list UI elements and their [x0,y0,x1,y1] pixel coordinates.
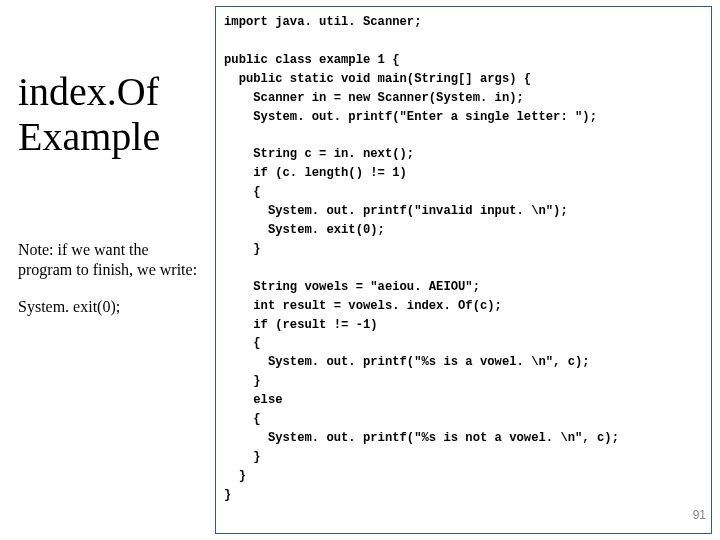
code-listing: import java. util. Scanner; public class… [224,13,703,505]
code-line: } [224,450,261,464]
code-line: System. out. printf("invalid input. \n")… [224,204,568,218]
code-line: { [224,336,261,350]
page-number: 91 [693,508,706,522]
code-line: Scanner in = new Scanner(System. in); [224,91,524,105]
title-line-2: Example [18,114,160,159]
note-text: Note: if we want the program to finish, … [18,240,205,280]
code-box: import java. util. Scanner; public class… [215,6,712,534]
code-line: if (result != -1) [224,318,378,332]
code-line: } [224,488,231,502]
code-line: String c = in. next(); [224,147,414,161]
code-line: { [224,185,261,199]
code-line: public static void main(String[] args) { [224,72,531,86]
code-line: else [224,393,283,407]
code-line: } [224,242,261,256]
code-line: if (c. length() != 1) [224,166,407,180]
code-line: { [224,412,261,426]
code-line: System. out. printf("%s is not a vowel. … [224,431,619,445]
slide-title: index.Of Example [18,70,205,160]
code-line: System. exit(0); [224,223,385,237]
title-line-1: index.Of [18,69,159,114]
slide: index.Of Example Note: if we want the pr… [0,0,720,540]
code-line: String vowels = "aeiou. AEIOU"; [224,280,480,294]
right-column: import java. util. Scanner; public class… [215,0,720,540]
code-line: } [224,374,261,388]
code-line: int result = vowels. index. Of(c); [224,299,502,313]
left-column: index.Of Example Note: if we want the pr… [0,0,215,540]
code-line: import java. util. Scanner; [224,15,421,29]
code-line: System. out. printf("%s is a vowel. \n",… [224,355,590,369]
note-code: System. exit(0); [18,298,205,316]
code-line: public class example 1 { [224,53,400,67]
code-line: } [224,469,246,483]
code-line: System. out. printf("Enter a single lett… [224,110,597,124]
